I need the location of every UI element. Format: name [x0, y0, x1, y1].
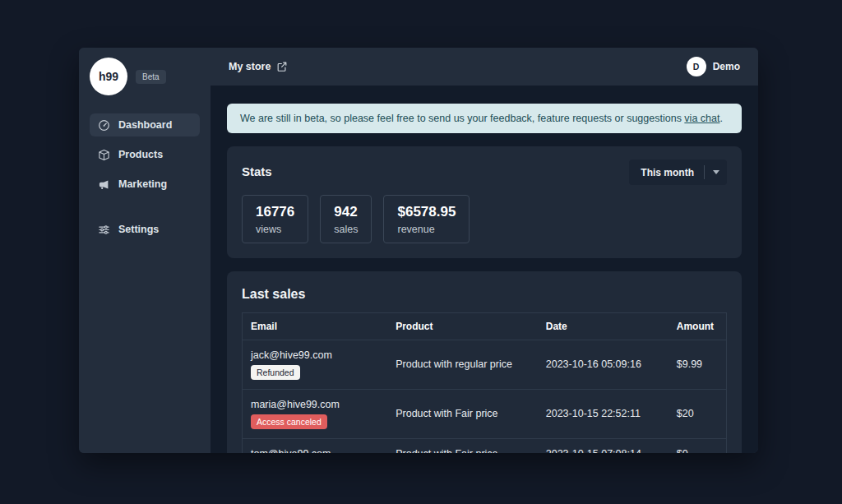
- chevron-down-icon: [705, 170, 727, 174]
- stat-box-views: 16776 views: [242, 195, 308, 243]
- stat-value: 942: [334, 204, 358, 220]
- sidebar-item-marketing[interactable]: Marketing: [90, 173, 200, 196]
- user-name: Demo: [713, 61, 740, 72]
- table-row: jack@hive99.com Refunded Product with re…: [243, 340, 727, 390]
- banner-text: We are still in beta, so please feel fre…: [240, 113, 684, 124]
- beta-banner: We are still in beta, so please feel fre…: [227, 104, 742, 133]
- email-cell: tom@hive99.com: [243, 439, 388, 454]
- sale-amount: $20: [669, 390, 727, 439]
- column-header-email: Email: [243, 313, 388, 340]
- via-chat-link[interactable]: via chat: [684, 113, 719, 124]
- last-sales-title: Last sales: [242, 286, 727, 302]
- sales-table-body: jack@hive99.com Refunded Product with re…: [243, 340, 727, 454]
- avatar: D: [687, 57, 706, 76]
- stat-label: revenue: [397, 224, 456, 236]
- sliders-icon: [98, 224, 110, 236]
- sale-product: Product with Fair price: [387, 439, 538, 454]
- table-row: maria@hive99.com Access canceled Product…: [243, 390, 727, 439]
- sale-email: tom@hive99.com: [251, 448, 379, 453]
- content: We are still in beta, so please feel fre…: [210, 86, 758, 453]
- external-link-icon: [276, 61, 288, 72]
- my-store-link[interactable]: My store: [229, 61, 288, 72]
- last-sales-card: Last sales Email Product Date Amount jac…: [227, 271, 742, 453]
- banner-text-suffix: .: [719, 113, 722, 124]
- sidebar-item-dashboard[interactable]: Dashboard: [90, 113, 200, 136]
- app-window: h99 Beta Dashboard Products: [79, 48, 758, 453]
- table-row: tom@hive99.com Product with Fair price 2…: [243, 439, 727, 454]
- status-badge: Refunded: [251, 365, 300, 380]
- sale-date: 2023-10-16 05:09:16: [538, 340, 669, 390]
- sale-product: Product with regular price: [387, 340, 538, 390]
- sidebar: h99 Beta Dashboard Products: [79, 48, 210, 453]
- logo-row: h99 Beta: [90, 58, 200, 95]
- period-select[interactable]: This month: [629, 160, 727, 185]
- stats-card: Stats This month 16776 views 942 sales: [227, 146, 742, 258]
- beta-badge: Beta: [136, 70, 166, 84]
- sale-product: Product with Fair price: [387, 390, 538, 439]
- email-cell: jack@hive99.com Refunded: [243, 340, 388, 390]
- my-store-label: My store: [229, 61, 271, 72]
- sale-amount: $9.99: [669, 340, 727, 390]
- column-header-date: Date: [538, 313, 669, 340]
- stat-label: sales: [334, 224, 358, 236]
- column-header-amount: Amount: [669, 313, 727, 340]
- sidebar-nav: Dashboard Products Marketing: [90, 113, 200, 241]
- stat-value: 16776: [256, 204, 294, 220]
- sidebar-item-settings[interactable]: Settings: [90, 218, 200, 241]
- period-select-value: This month: [629, 167, 704, 178]
- stat-boxes: 16776 views 942 sales $6578.95 revenue: [242, 195, 727, 243]
- box-icon: [98, 149, 110, 161]
- user-menu[interactable]: D Demo: [687, 57, 740, 76]
- stats-title: Stats: [242, 160, 272, 178]
- stat-label: views: [256, 224, 294, 236]
- column-header-product: Product: [387, 313, 538, 340]
- sale-amount: $0: [669, 439, 727, 454]
- email-cell: maria@hive99.com Access canceled: [243, 390, 388, 439]
- sidebar-item-label: Dashboard: [118, 119, 172, 131]
- speedometer-icon: [98, 119, 110, 132]
- stat-box-sales: 942 sales: [320, 195, 372, 243]
- megaphone-icon: [98, 178, 110, 191]
- status-badge: Access canceled: [251, 414, 327, 429]
- sidebar-item-label: Marketing: [118, 178, 167, 190]
- sale-email: jack@hive99.com: [251, 349, 379, 362]
- stat-value: $6578.95: [397, 204, 456, 220]
- stat-box-revenue: $6578.95 revenue: [383, 195, 470, 243]
- sidebar-item-label: Settings: [118, 224, 159, 235]
- main-area: My store D Demo We are still in beta, so…: [210, 48, 758, 453]
- sale-date: 2023-10-15 07:08:14: [538, 439, 669, 454]
- topbar: My store D Demo: [210, 48, 758, 86]
- sale-email: maria@hive99.com: [251, 399, 379, 411]
- sidebar-item-products[interactable]: Products: [90, 143, 200, 166]
- table-header-row: Email Product Date Amount: [243, 313, 727, 340]
- logo: h99: [90, 58, 127, 95]
- sale-date: 2023-10-15 22:52:11: [538, 390, 669, 439]
- sidebar-item-label: Products: [118, 149, 163, 160]
- last-sales-table: Email Product Date Amount jack@hive99.co…: [242, 312, 727, 453]
